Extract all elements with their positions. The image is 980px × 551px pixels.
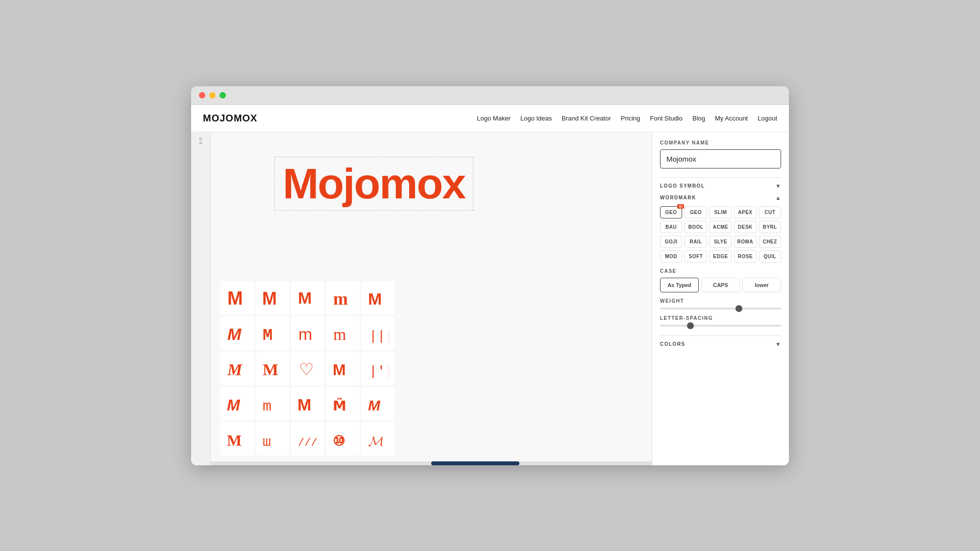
nav-logo-ideas[interactable]: Logo Ideas [520,115,552,122]
symbol-cell-17[interactable]: m [256,387,289,420]
svg-text:m: m [298,325,312,343]
maximize-dot[interactable] [220,92,226,98]
font-chip-soft[interactable]: SOFT [685,250,707,263]
svg-text:M: M [368,289,382,308]
svg-text:m: m [263,398,271,414]
symbol-cell-11[interactable]: M [220,352,254,385]
case-caps[interactable]: CAPS [701,278,740,292]
symbol-cell-21[interactable]: M [220,422,254,455]
nav-font-studio[interactable]: Font Studio [650,115,683,122]
svg-text:M: M [263,326,272,344]
symbol-cell-12[interactable]: M [256,352,289,385]
svg-text:M: M [262,288,277,309]
font-chip-byrl[interactable]: BYRL [759,221,781,233]
font-chip-slim[interactable]: SLIM [710,206,732,218]
logo-selection-box[interactable]: Mojomox [274,157,473,211]
svg-text:M: M [227,360,243,379]
company-name-input[interactable] [660,149,781,168]
symbol-cell-20[interactable]: M [362,387,395,420]
svg-text:M: M [227,325,242,343]
nav-blog[interactable]: Blog [692,115,705,122]
symbol-cell-8[interactable]: m [291,316,324,350]
company-name-section: COMPANY NAME [660,140,781,168]
canvas-scrollbar[interactable] [211,461,652,465]
symbol-cell-22[interactable]: ш [256,422,289,455]
company-name-label: COMPANY NAME [660,140,781,145]
font-chip-chez[interactable]: CHEZ [759,236,781,248]
font-chip-bool[interactable]: BOOL [685,221,707,233]
case-buttons: As Typed CAPS lower [660,278,781,292]
font-chip-edge[interactable]: EDGE [710,250,732,263]
symbol-cell-14[interactable]: M [326,352,360,385]
symbol-cell-3[interactable]: M [291,281,324,314]
font-chip-goji[interactable]: GOJI [660,236,682,248]
font-chip-desk[interactable]: DESK [734,221,756,233]
colors-chevron: ▼ [775,341,781,348]
font-chip-rail[interactable]: RAIL [685,236,707,248]
font-chip-slye[interactable]: SLYE [710,236,732,248]
case-as-typed[interactable]: As Typed [660,278,699,292]
symbol-cell-9[interactable]: m [326,316,360,350]
symbol-cell-18[interactable]: M [291,387,324,420]
font-chip-quil[interactable]: QUIL [759,250,781,263]
wordmark-label: WORDMARK [660,195,696,200]
svg-text:𝓜: 𝓜 [368,433,383,449]
weight-slider-track[interactable] [660,308,781,310]
font-chip-mod[interactable]: MOD [660,250,682,263]
colors-section[interactable]: COLORS ▼ [660,335,781,353]
weight-slider-thumb[interactable] [735,305,742,312]
font-chip-roma[interactable]: ROMA [734,236,756,248]
symbol-cell-4[interactable]: m [326,281,360,314]
nav-logout[interactable]: Logout [758,115,777,122]
font-chip-rose[interactable]: ROSE [734,250,756,263]
font-chip-cut[interactable]: CUT [759,206,781,218]
left-sidebar: PP [191,132,211,465]
wordmark-section: WORDMARK ▲ NI GEO GEO SLIM APEX CUT BAU [660,194,781,327]
nav-logo-maker[interactable]: Logo Maker [477,115,511,122]
wordmark-chevron: ▲ [775,194,781,201]
logo-symbol-chevron: ▼ [775,183,781,190]
site-logo: MOJOMOX [203,113,257,124]
close-dot[interactable] [199,92,205,98]
font-chip-geo2[interactable]: GEO [685,206,707,218]
weight-label: WEIGHT [660,298,781,304]
svg-text:m: m [333,289,348,309]
ruler-label: PP [198,136,203,144]
browser-chrome [191,86,789,105]
logo-symbol-label: LOGO SYMBOL [660,183,705,189]
weight-section: WEIGHT [660,298,781,310]
symbol-cell-19[interactable]: M̃ [326,387,360,420]
svg-text:M: M [297,395,311,414]
logo-main-text: Mojomox [283,162,465,205]
font-chip-bau[interactable]: BAU [660,221,682,233]
svg-text:m: m [333,325,346,343]
symbol-cell-7[interactable]: M [256,316,289,350]
letter-spacing-slider-thumb[interactable] [687,322,694,329]
symbol-cell-13[interactable]: ♡ [291,352,324,385]
symbol-cell-10[interactable]: ||| [362,316,395,350]
symbol-cell-25[interactable]: 𝓜 [362,422,395,455]
browser-window: MOJOMOX Logo Maker Logo Ideas Brand Kit … [191,86,789,465]
canvas-scrollbar-thumb[interactable] [431,461,519,465]
minimize-dot[interactable] [209,92,216,98]
case-lower[interactable]: lower [742,278,781,292]
symbol-cell-15[interactable]: |'| [362,352,395,385]
nav-pricing[interactable]: Pricing [621,115,640,122]
symbol-cell-1[interactable]: M [220,281,254,314]
canvas-area[interactable]: Mojomox M M M m [211,132,652,465]
nav-my-account[interactable]: My Account [715,115,748,122]
svg-text:|||: ||| [369,329,389,344]
symbol-cell-23[interactable]: /// [291,422,324,455]
symbol-cell-6[interactable]: M [220,316,254,350]
svg-text:⑩: ⑩ [333,433,345,449]
font-chip-apex[interactable]: APEX [734,206,756,218]
letter-spacing-slider-track[interactable] [660,325,781,327]
symbol-cell-16[interactable]: M [220,387,254,420]
font-chip-geo1[interactable]: NI GEO [660,206,682,218]
symbol-cell-5[interactable]: M [362,281,395,314]
logo-symbol-section[interactable]: LOGO SYMBOL ▼ [660,177,781,194]
symbol-cell-2[interactable]: M [256,281,289,314]
font-chip-acme[interactable]: ACME [710,221,732,233]
nav-brand-kit-creator[interactable]: Brand Kit Creator [562,115,611,122]
symbol-cell-24[interactable]: ⑩ [326,422,360,455]
